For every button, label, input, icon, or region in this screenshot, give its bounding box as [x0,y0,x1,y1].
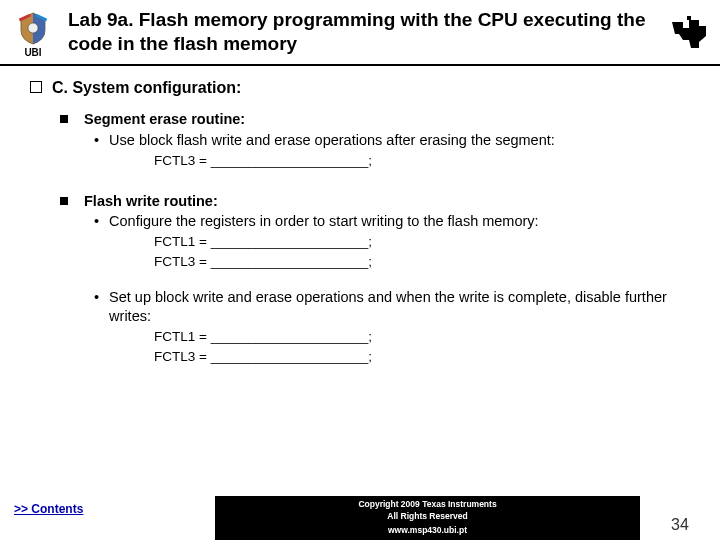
slide-content: C. System configuration: Segment erase r… [0,66,720,366]
bullet-point: • Configure the registers in order to st… [94,212,690,231]
square-bullet-icon [60,197,68,205]
ubi-label: UBI [24,47,41,58]
dot-bullet-icon: • [94,212,99,231]
subsection-title: Flash write routine: [84,192,690,211]
point-text: Set up block write and erase operations … [109,288,690,326]
dot-bullet-icon: • [94,131,99,150]
slide-number: 34 [640,496,720,540]
code-line: FCTL1 = _____________________; [154,233,690,251]
section-heading: C. System configuration: [30,78,690,99]
code-line: FCTL3 = _____________________; [154,348,690,366]
slide-header: UBI Lab 9a. Flash memory programming wit… [0,0,720,66]
ubi-logo: UBI [8,10,58,58]
slide-footer: >> Contents Copyright 2009 Texas Instrum… [0,496,720,540]
copyright-box: Copyright 2009 Texas Instruments All Rig… [215,496,640,540]
dot-bullet-icon: • [94,288,99,326]
bullet-point: • Use block flash write and erase operat… [94,131,690,150]
subsection: Segment erase routine: • Use block flash… [60,110,690,169]
code-line: FCTL3 = _____________________; [154,253,690,271]
square-bullet-icon [60,115,68,123]
slide-title: Lab 9a. Flash memory programming with th… [66,6,668,62]
ubi-crest-icon [15,10,51,46]
section-title: C. System configuration: [52,78,241,99]
point-text: Use block flash write and erase operatio… [109,131,690,150]
svg-point-2 [28,23,38,33]
code-line: FCTL1 = _____________________; [154,328,690,346]
bullet-point: • Set up block write and erase operation… [94,288,690,326]
copyright-line: All Rights Reserved [215,511,640,522]
code-line: FCTL3 = _____________________; [154,152,690,170]
ti-logo-icon [668,14,710,54]
point-text: Configure the registers in order to star… [109,212,690,231]
contents-link[interactable]: >> Contents [0,496,215,540]
box-bullet-icon [30,81,42,93]
copyright-url: www.msp430.ubi.pt [215,525,640,536]
copyright-line: Copyright 2009 Texas Instruments [215,499,640,510]
svg-rect-3 [687,16,691,20]
subsection: Flash write routine: • Configure the reg… [60,192,690,366]
subsection-title: Segment erase routine: [84,110,690,129]
